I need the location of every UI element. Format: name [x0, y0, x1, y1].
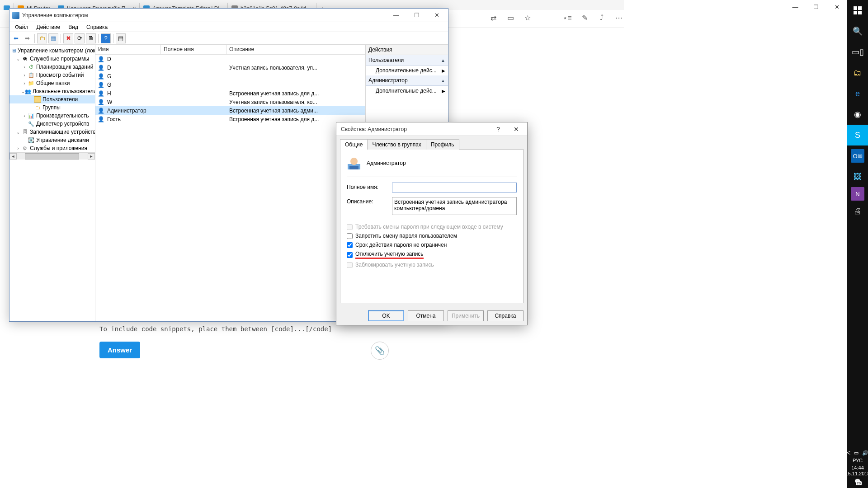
help-button[interactable]: Справка [487, 310, 524, 321]
photos-icon[interactable]: 🖼 [847, 166, 868, 187]
tree-item[interactable]: Управление компьютером (локальный) [18, 47, 95, 54]
expand-icon[interactable]: › [15, 146, 21, 151]
search-icon[interactable]: 🔍 [847, 21, 868, 42]
list-row-admin[interactable]: 👤АдминистраторВстроенная учетная запись … [95, 106, 365, 115]
task-view-icon[interactable]: ▭▯ [847, 42, 868, 62]
mmc-tree[interactable]: 🖥Управление компьютером (локальный) ⌄🛠Сл… [9, 45, 95, 321]
apply-button[interactable]: Применить [448, 310, 484, 321]
delete-button[interactable]: ✖ [63, 33, 73, 43]
chrome-icon[interactable]: ◉ [847, 104, 868, 125]
ok-button[interactable]: OK [368, 310, 404, 321]
start-button[interactable] [847, 0, 868, 21]
col-name[interactable]: Имя [95, 45, 161, 54]
description-input[interactable] [392, 197, 517, 215]
close-button[interactable]: ✕ [427, 9, 447, 22]
mmc-titlebar[interactable]: Управление компьютером — ☐ ✕ [9, 9, 448, 22]
list-row[interactable]: 👤WУчетная запись пользователя, ко... [95, 98, 365, 106]
minimize-button[interactable]: — [785, 0, 806, 14]
minimize-button[interactable]: — [386, 9, 406, 22]
tree-item[interactable]: Планировщик заданий [36, 64, 93, 70]
tree-item[interactable]: Управление дисками [36, 137, 89, 143]
tab-profile[interactable]: Профиль [426, 139, 459, 150]
fullname-input[interactable] [392, 183, 517, 192]
actions-group-users[interactable]: Пользователи▲ [366, 55, 448, 66]
list-row[interactable]: 👤G [95, 80, 365, 89]
toolbar-btn[interactable]: ▦ [48, 33, 58, 43]
toolbar-btn[interactable]: ▤ [116, 33, 126, 43]
expand-icon[interactable]: ⌄ [15, 56, 21, 61]
tree-item[interactable]: Просмотр событий [36, 72, 84, 78]
volume-icon[interactable]: 🔊 [862, 450, 868, 456]
outlook-icon[interactable]: O✉ [851, 149, 864, 163]
list-row-guest[interactable]: 👤ГостьВстроенная учетная запись для д... [95, 115, 365, 123]
tab-member-of[interactable]: Членство в группах [367, 139, 426, 150]
language-indicator[interactable]: РУС [853, 458, 863, 463]
tree-item-groups[interactable]: Группы [42, 104, 61, 111]
list-row[interactable]: 👤HВстроенная учетная запись для д... [95, 89, 365, 98]
close-button[interactable]: ✕ [826, 0, 847, 14]
app-icon[interactable]: 🖨 [847, 201, 868, 221]
notes-icon[interactable]: ✎ [580, 14, 589, 22]
list-row[interactable]: 👤G [95, 72, 365, 80]
tree-item[interactable]: Локальные пользователи и группы [33, 88, 95, 94]
onenote-icon[interactable]: N [851, 187, 864, 201]
back-button[interactable]: ⬅ [11, 33, 21, 43]
file-explorer-icon[interactable]: 🗂 [847, 62, 868, 83]
menu-action[interactable]: Действие [33, 23, 64, 31]
tree-item[interactable]: Служебные программы [30, 56, 89, 62]
tree-item[interactable]: Диспетчер устройств [36, 121, 89, 127]
tab-general[interactable]: Общие [340, 139, 368, 150]
list-header[interactable]: Имя Полное имя Описание [95, 45, 365, 55]
chk-cannot-change-password[interactable]: Запретить смену пароля пользователем [347, 233, 517, 239]
menu-view[interactable]: Вид [65, 23, 82, 31]
tree-item[interactable]: Производительность [36, 113, 89, 119]
favorites-bar-icon[interactable]: ⋆≡ [563, 14, 571, 22]
maximize-button[interactable]: ☐ [806, 0, 826, 14]
close-button[interactable]: ✕ [507, 123, 525, 135]
expand-icon[interactable]: › [21, 81, 28, 86]
tree-item[interactable]: Службы и приложения [30, 145, 87, 151]
tree-item[interactable]: Запоминающие устройства [30, 129, 95, 135]
clock[interactable]: 14:4415.11.2018 [845, 465, 868, 477]
answer-button[interactable]: Answer [99, 342, 140, 358]
expand-icon[interactable]: › [21, 113, 28, 118]
toolbar-btn[interactable]: 🗀 [37, 33, 47, 43]
list-row[interactable]: 👤DУчетная запись пользователя, уп... [95, 63, 365, 72]
expand-icon[interactable]: ⌄ [21, 89, 25, 94]
chk-account-disabled[interactable]: Отключить учетную запись [347, 251, 517, 259]
project-icon[interactable]: ▭ [854, 450, 859, 456]
expand-icon[interactable]: › [21, 65, 28, 70]
reading-view-icon[interactable]: ▭ [506, 14, 514, 22]
skype-icon[interactable]: S [847, 125, 868, 145]
col-fullname[interactable]: Полное имя [161, 45, 226, 54]
menu-help[interactable]: Справка [83, 23, 111, 31]
tree-item[interactable]: Общие папки [36, 80, 70, 86]
forward-button[interactable]: ➡ [22, 33, 32, 43]
notifications-icon[interactable]: 💬29 [854, 479, 861, 484]
menu-file[interactable]: Файл [11, 23, 32, 31]
actions-group-admin[interactable]: Администратор▲ [366, 75, 448, 86]
col-desc[interactable]: Описание [226, 45, 365, 54]
attach-button[interactable]: 📎 [371, 342, 389, 360]
actions-more[interactable]: Дополнительные дейс...▶ [366, 66, 448, 75]
tree-hscrollbar[interactable]: ◄► [9, 152, 95, 160]
expand-icon[interactable]: ⌄ [15, 130, 21, 135]
help-button[interactable]: ? [489, 123, 507, 135]
actions-more[interactable]: Дополнительные дейс...▶ [366, 86, 448, 96]
edge-icon[interactable]: e [847, 83, 868, 104]
expand-icon[interactable]: › [21, 73, 28, 78]
chk-password-never-expires[interactable]: Срок действия пароля не ограничен [347, 242, 517, 248]
tree-item-users[interactable]: Пользователи [42, 96, 78, 103]
export-button[interactable]: 🗎 [86, 33, 96, 43]
more-icon[interactable]: ⋯ [615, 14, 623, 22]
list-row[interactable]: 👤D [95, 55, 365, 63]
dialog-titlebar[interactable]: Свойства: Администратор ? ✕ [336, 122, 527, 136]
refresh-button[interactable]: ⟳ [75, 33, 85, 43]
share-icon[interactable]: ⤴ [598, 14, 606, 22]
maximize-button[interactable]: ☐ [406, 9, 427, 22]
tray-overflow-icon[interactable]: ᐸ [847, 450, 850, 456]
translate-icon[interactable]: ⇄ [489, 14, 497, 22]
help-button[interactable]: ? [101, 33, 111, 43]
cancel-button[interactable]: Отмена [408, 310, 444, 321]
favorite-icon[interactable]: ☆ [524, 14, 532, 22]
